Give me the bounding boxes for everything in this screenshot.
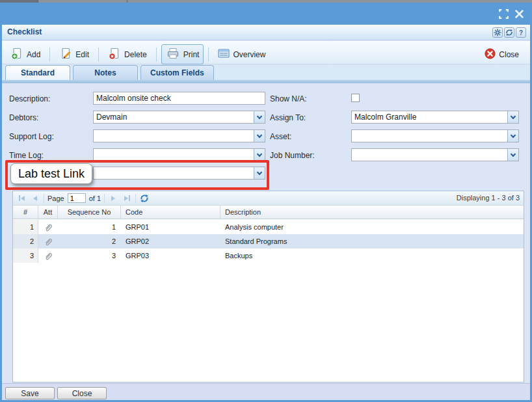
time-log-label: Time Log: — [9, 151, 44, 160]
print-button-label: Print — [183, 50, 200, 59]
show-na-checkbox[interactable] — [351, 94, 360, 102]
sequence-cell: 3 — [58, 248, 121, 263]
edit-button[interactable]: Edit — [55, 44, 94, 64]
assign-to-label: Assign To: — [270, 113, 306, 122]
asset-combo-value — [352, 130, 507, 142]
row-number-cell: 3 — [13, 248, 38, 263]
debtors-combo-value: Devmain — [94, 111, 254, 123]
tab-band — [2, 80, 530, 83]
delete-button[interactable]: Delete — [103, 44, 152, 64]
refresh-panel-icon[interactable] — [504, 27, 514, 38]
row-number-cell: 1 — [13, 220, 38, 234]
next-page-button[interactable] — [108, 193, 118, 204]
settings-gear-icon[interactable] — [492, 27, 503, 38]
time-log-combo[interactable] — [93, 148, 265, 161]
refresh-grid-icon[interactable] — [139, 193, 150, 204]
support-log-label: Support Log: — [9, 132, 54, 141]
code-cell: GRP03 — [121, 248, 220, 263]
table-row[interactable]: 1 1 GRP01 Analysis computer — [13, 220, 524, 234]
row-number-cell: 2 — [13, 234, 38, 248]
description-cell: Standard Programs — [220, 234, 524, 248]
assign-to-combo[interactable]: Malcolm Granville — [351, 111, 519, 124]
chevron-down-icon[interactable] — [254, 149, 265, 161]
page-label: Page — [47, 194, 64, 202]
overview-list-icon — [218, 48, 230, 60]
toolbar-separator — [98, 47, 99, 62]
close-button-label: Close — [499, 50, 519, 59]
chevron-down-icon[interactable] — [254, 111, 265, 123]
column-header-description[interactable]: Description — [220, 206, 524, 219]
attachment-paperclip-icon[interactable] — [38, 248, 58, 263]
dialog-titlebar — [0, 3, 532, 25]
maximize-icon[interactable] — [498, 8, 509, 19]
description-cell: Analysis computer — [220, 220, 524, 234]
assign-to-combo-value: Malcolm Granville — [352, 111, 507, 123]
displaying-status: Displaying 1 - 3 of 3 — [457, 194, 520, 202]
sequence-cell: 2 — [58, 234, 121, 248]
tab-bar: Standard Notes Custom Fields — [2, 65, 530, 80]
page-number-input[interactable] — [68, 193, 86, 203]
support-log-combo[interactable] — [93, 129, 265, 142]
toolbar-separator — [208, 47, 209, 62]
add-document-icon — [10, 47, 23, 62]
print-button[interactable]: Print — [161, 44, 204, 64]
overview-button[interactable]: Overview — [213, 46, 270, 63]
add-button-label: Add — [27, 50, 40, 59]
delete-button-label: Delete — [124, 50, 147, 59]
job-number-combo[interactable] — [351, 148, 519, 161]
tab-notes[interactable]: Notes — [73, 65, 138, 80]
column-header-code[interactable]: Code — [121, 206, 220, 219]
help-icon[interactable]: ? — [516, 27, 526, 38]
page-of-label: of 1 — [89, 194, 101, 202]
paging-toolbar: Page of 1 Displaying 1 - 3 of 3 — [13, 191, 524, 206]
show-na-label: Show N/A: — [270, 94, 307, 103]
printer-icon — [166, 47, 180, 62]
chevron-down-icon[interactable] — [507, 130, 518, 142]
pager-separator — [104, 194, 105, 203]
edit-button-label: Edit — [75, 50, 89, 59]
dialog-footer: Save Close — [2, 383, 530, 400]
tab-custom-fields[interactable]: Custom Fields — [140, 65, 214, 80]
description-input[interactable] — [93, 92, 265, 105]
footer-close-button[interactable]: Close — [57, 387, 107, 399]
asset-label: Asset: — [270, 132, 291, 141]
checklist-dialog: Checklist — [0, 3, 532, 402]
job-number-combo-value — [352, 149, 507, 161]
close-button[interactable]: Close — [480, 46, 524, 64]
attachment-paperclip-icon[interactable] — [38, 234, 58, 248]
tab-standard[interactable]: Standard — [5, 65, 70, 80]
first-page-button[interactable] — [16, 193, 27, 204]
grid-header: # Att Sequence No Code Description — [13, 206, 524, 219]
code-cell: GRP02 — [121, 234, 220, 248]
debtors-combo[interactable]: Devmain — [93, 111, 265, 124]
debtors-label: Debtors: — [9, 113, 38, 122]
column-header-sequence-no[interactable]: Sequence No — [58, 206, 121, 219]
last-page-button[interactable] — [122, 193, 132, 204]
chevron-down-icon[interactable] — [507, 111, 518, 123]
time-log-combo-value — [94, 149, 254, 161]
support-log-combo-value — [94, 130, 254, 142]
column-header-num[interactable]: # — [13, 206, 38, 219]
add-button[interactable]: Add — [6, 44, 45, 64]
previous-page-button[interactable] — [30, 193, 40, 204]
annotation-callout: Lab test Link — [10, 163, 92, 184]
toolbar: Add Edit — [2, 41, 530, 64]
attachment-paperclip-icon[interactable] — [38, 220, 58, 234]
page-title: Checklist — [7, 27, 42, 36]
screen: Checklist — [0, 0, 532, 402]
table-row[interactable]: 2 2 GRP02 Standard Programs — [13, 234, 524, 248]
column-header-att[interactable]: Att — [38, 206, 58, 219]
checklist-grid-panel: Page of 1 Displaying 1 - 3 of 3 — [12, 191, 524, 382]
chevron-down-icon[interactable] — [254, 130, 265, 142]
close-red-icon — [485, 48, 496, 61]
asset-combo[interactable] — [351, 129, 519, 142]
save-button[interactable]: Save — [5, 387, 55, 399]
delete-document-icon — [108, 47, 121, 62]
toolbar-separator — [49, 47, 50, 62]
toolbar-separator — [156, 47, 157, 62]
close-window-icon[interactable] — [514, 8, 524, 19]
chevron-down-icon[interactable] — [507, 149, 518, 161]
description-label: Description: — [9, 94, 50, 103]
table-row[interactable]: 3 3 GRP03 Backups — [13, 248, 524, 263]
pager-separator — [135, 194, 136, 203]
